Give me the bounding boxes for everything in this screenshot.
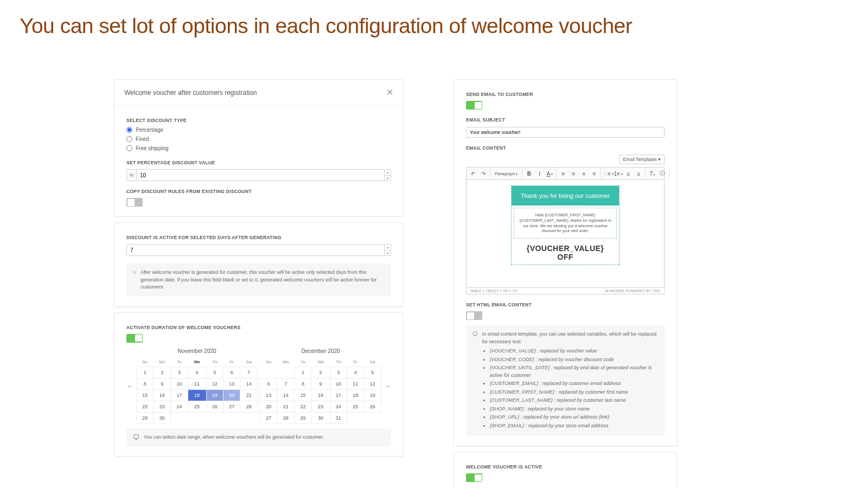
bold-icon[interactable]: B [525,169,533,178]
calendar-day[interactable]: 25 [188,401,206,412]
calendar-day[interactable]: 13 [260,389,277,401]
calendar-day[interactable]: 28 [240,401,258,412]
calendar-day[interactable]: 30 [154,412,171,423]
calendar-day[interactable]: 8 [137,378,154,389]
calendar-day[interactable]: 17 [330,389,347,401]
clear-format-icon[interactable]: Tₓ [648,169,656,178]
calendar-day[interactable]: 27 [260,412,277,423]
copy-rules-toggle[interactable] [126,198,143,207]
calendar-day[interactable]: 7 [240,367,258,378]
calendar-day[interactable]: 1 [137,367,154,378]
calendar-day[interactable]: 3 [171,367,188,378]
calendar-day[interactable]: 4 [347,367,364,378]
percentage-input[interactable] [137,170,384,181]
help-icon[interactable]: ⓘ [658,169,667,178]
calendar-day[interactable]: 6 [260,378,277,389]
calendar-day[interactable]: 29 [295,412,311,423]
cal1-table[interactable]: SuMoTuWeThFrSa12345678910111213141516171… [136,357,258,424]
calendar-day[interactable]: 19 [364,389,381,401]
paragraph-select[interactable]: Paragraph [493,170,520,177]
close-icon[interactable]: ✕ [386,87,393,98]
calendar-day[interactable]: 22 [295,401,311,412]
calendar-day[interactable]: 15 [137,389,154,401]
number-list-icon[interactable]: 1≡ [614,169,622,178]
calendar-day[interactable]: 31 [330,412,347,423]
redo-icon[interactable]: ↷ [479,169,488,178]
email-subject-input[interactable] [466,127,665,138]
calendar-day[interactable]: 30 [311,412,330,423]
calendar-day[interactable]: 7 [277,378,295,389]
calendar-day[interactable]: 27 [224,401,240,412]
calendar-day[interactable]: 21 [277,401,295,412]
calendar-day[interactable]: 5 [364,367,381,378]
undo-icon[interactable]: ↶ [469,169,477,178]
email-templates-button[interactable]: Email Templates ▾ [619,155,665,164]
calendar-day[interactable]: 2 [154,367,171,378]
calendar-day[interactable]: 16 [154,389,171,401]
indent-icon[interactable]: ≥ [634,169,643,178]
spin-up[interactable]: ▴ [385,245,391,251]
set-html-toggle[interactable] [466,311,482,320]
calendar-day[interactable]: 6 [224,367,240,378]
italic-icon[interactable]: I [535,169,544,178]
calendar-day[interactable]: 29 [137,412,154,423]
editor-canvas[interactable]: Thank you for being our customer Hello {… [466,179,665,288]
calendar-day[interactable]: 25 [347,401,364,412]
calendar-day[interactable]: 3 [330,367,347,378]
outdent-icon[interactable]: ≤ [624,169,633,178]
calendar-day[interactable]: 11 [188,378,206,389]
calendar-day[interactable]: 19 [206,389,223,401]
calendar-day[interactable]: 28 [277,412,295,423]
send-email-toggle[interactable] [466,101,482,110]
textcolor-icon[interactable]: A [545,169,554,178]
calendar-day[interactable]: 10 [330,378,347,389]
calendar-day[interactable]: 24 [330,401,347,412]
align-center-icon[interactable]: ≡ [569,169,578,178]
bullet-list-icon[interactable]: ⋮≡ [603,169,612,178]
calendar-day[interactable]: 23 [154,401,171,412]
calendar-day[interactable]: 15 [295,389,311,401]
calendar-day[interactable]: 14 [277,389,295,401]
calendar-day[interactable]: 26 [206,401,223,412]
calendar-day[interactable]: 20 [224,389,240,401]
calendar-day[interactable]: 9 [154,378,171,389]
calendar-day[interactable]: 11 [347,378,364,389]
calendar-day[interactable]: 9 [311,378,330,389]
voucher-active-toggle[interactable] [466,473,482,482]
calendar-day[interactable]: 16 [311,389,330,401]
activate-duration-toggle[interactable] [126,334,143,343]
calendar-day[interactable]: 22 [137,401,154,412]
calendar-day[interactable]: 17 [171,389,188,401]
calendar-day[interactable]: 12 [364,378,381,389]
calendar-day[interactable]: 8 [295,378,311,389]
calendar-day[interactable]: 1 [295,367,311,378]
calendar-day[interactable]: 18 [347,389,364,401]
spin-down[interactable]: ▾ [385,176,391,181]
spin-up[interactable]: ▴ [385,170,391,176]
calendar-day[interactable]: 24 [171,401,188,412]
calendar-day[interactable]: 12 [206,378,223,389]
active-days-input[interactable] [127,245,384,255]
calendar-day[interactable]: 18 [188,389,206,401]
spin-down[interactable]: ▾ [385,251,391,256]
calendar-day[interactable]: 5 [206,367,223,378]
radio-free-shipping[interactable]: Free shipping [126,145,391,151]
radio-percentage[interactable]: Percentage [126,127,391,133]
align-left-icon[interactable]: ≡ [559,169,567,178]
align-right-icon[interactable]: ≡ [579,169,588,178]
cal2-table[interactable]: SuMoTuWeThFrSa12345678910111213141516171… [260,357,381,424]
calendar-day[interactable]: 2 [311,367,330,378]
calendar-day[interactable]: 21 [240,389,258,401]
calendar-day[interactable]: 13 [224,378,240,389]
calendar-day[interactable]: 4 [188,367,206,378]
calendar-day[interactable]: 26 [364,401,381,412]
cal-next-icon[interactable]: → [384,382,391,390]
cal-prev-icon[interactable]: ← [126,382,134,390]
calendar-day[interactable]: 23 [311,401,330,412]
radio-fixed[interactable]: Fixed [126,136,391,142]
align-justify-icon[interactable]: ≡ [590,169,598,178]
calendar-day[interactable]: 10 [171,378,188,389]
calendar-day[interactable]: 14 [240,378,258,389]
calendar-day[interactable]: 20 [260,401,277,412]
date-range-info: You can select date range, when welcome … [126,428,391,447]
